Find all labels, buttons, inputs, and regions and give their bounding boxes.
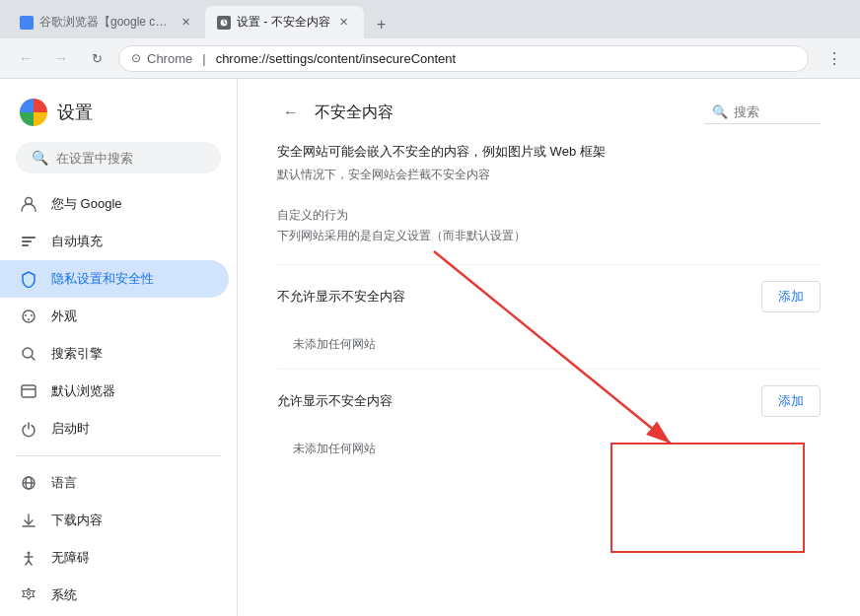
system-icon [20, 586, 37, 604]
sidebar-item-privacy[interactable]: 隐私设置和安全性 [0, 260, 229, 298]
search-icon [20, 345, 37, 363]
sidebar-item-accessibility[interactable]: 无障碍 [0, 539, 229, 577]
tab-2-favicon [217, 16, 231, 30]
custom-behavior-label: 自定义的行为 [277, 207, 821, 224]
svg-rect-4 [22, 244, 29, 246]
browser-menu[interactable]: ⋮ [821, 44, 848, 72]
tab-2[interactable]: 设置 - 不安全内容 ✕ [205, 6, 364, 38]
url-path: chrome://settings/content/insecureConten… [216, 51, 457, 66]
svg-point-7 [31, 314, 33, 316]
sidebar-item-accessibility-label: 无障碍 [51, 549, 90, 567]
page-title: 不安全内容 [315, 103, 394, 123]
sidebar-title: 设置 [57, 101, 93, 124]
section1-label: 不允许显示不安全内容 [277, 288, 405, 306]
sidebar-item-autofill-label: 自动填充 [51, 233, 103, 250]
search-icon: 🔍 [32, 150, 48, 166]
back-button[interactable]: ← [277, 99, 305, 126]
sidebar-logo: 设置 [0, 87, 237, 142]
main-inner: ← 不安全内容 🔍 安全网站可能会嵌入不安全的内容，例如图片或 Web 框架 默… [238, 79, 860, 493]
section2-add-button[interactable]: 添加 [761, 385, 821, 417]
tab-1[interactable]: 谷歌浏览器【google chrome】 ✕ [8, 6, 205, 38]
description1: 安全网站可能会嵌入不安全的内容，例如图片或 Web 框架 [277, 142, 821, 163]
page-search-box[interactable]: 🔍 [704, 101, 821, 124]
sidebar-item-search[interactable]: 搜索引擎 [0, 335, 229, 373]
settings-header-left: ← 不安全内容 [277, 99, 394, 126]
svg-line-22 [29, 561, 32, 565]
svg-point-6 [25, 314, 27, 316]
sidebar-item-appearance[interactable]: 外观 [0, 298, 229, 335]
svg-point-18 [28, 552, 31, 555]
url-bar[interactable]: ⊙ Chrome | chrome://settings/content/ins… [118, 45, 809, 72]
secure-icon: ⊙ [131, 51, 141, 65]
tab-1-close[interactable]: ✕ [178, 15, 193, 31]
palette-icon [20, 308, 37, 325]
sidebar-item-downloads-label: 下载内容 [51, 512, 103, 529]
browser-icon [20, 382, 37, 400]
sidebar-item-language-label: 语言 [51, 474, 77, 492]
page-search-icon: 🔍 [712, 104, 728, 119]
svg-rect-3 [22, 240, 32, 242]
section1-add-button[interactable]: 添加 [761, 281, 821, 312]
svg-point-8 [28, 318, 30, 320]
section2-label: 允许显示不安全内容 [277, 392, 393, 410]
tab-1-favicon [20, 16, 34, 30]
browser-frame: 谷歌浏览器【google chrome】 ✕ 设置 - 不安全内容 ✕ + ← … [0, 0, 860, 616]
main-panel: ← 不安全内容 🔍 安全网站可能会嵌入不安全的内容，例如图片或 Web 框架 默… [237, 79, 860, 616]
section2-row: 允许显示不安全内容 添加 [277, 369, 821, 433]
custom-behavior-sub: 下列网站采用的是自定义设置（而非默认设置） [277, 228, 821, 244]
settings-header: ← 不安全内容 🔍 [277, 99, 821, 126]
address-bar: ← → ↻ ⊙ Chrome | chrome://settings/conte… [0, 38, 860, 79]
section1-row: 不允许显示不安全内容 添加 [277, 264, 821, 328]
description2: 默认情况下，安全网站会拦截不安全内容 [277, 167, 821, 183]
tab-2-close[interactable]: ✕ [336, 15, 352, 31]
sidebar-item-autofill[interactable]: 自动填充 [0, 223, 229, 260]
sidebar-item-browser-label: 默认浏览器 [51, 382, 115, 400]
tab-2-label: 设置 - 不安全内容 [237, 14, 330, 31]
shield-icon [20, 270, 37, 288]
sidebar-item-google[interactable]: 您与 Google [0, 185, 229, 223]
sidebar-divider-1 [16, 455, 221, 456]
svg-line-10 [32, 357, 35, 360]
download-icon [20, 512, 37, 529]
tab-bar: 谷歌浏览器【google chrome】 ✕ 设置 - 不安全内容 ✕ + [0, 0, 860, 38]
sidebar-item-system-label: 系统 [51, 586, 77, 604]
edit-icon [20, 233, 37, 250]
sidebar-item-appearance-label: 外观 [51, 308, 77, 325]
sidebar-item-system[interactable]: 系统 [0, 577, 229, 614]
global-search-container: 🔍 [0, 142, 237, 185]
tab-1-label: 谷歌浏览器【google chrome】 [39, 14, 172, 31]
sidebar-item-browser[interactable]: 默认浏览器 [0, 373, 229, 410]
sidebar: 设置 🔍 您与 Google 自动填充 [0, 79, 237, 616]
content-wrapper: 设置 🔍 您与 Google 自动填充 [0, 79, 860, 616]
global-search-input[interactable] [56, 151, 205, 166]
url-site: Chrome [147, 51, 192, 66]
global-search-box[interactable]: 🔍 [16, 142, 221, 173]
svg-point-23 [28, 592, 31, 595]
sidebar-item-startup-label: 启动时 [51, 420, 90, 438]
svg-point-5 [23, 310, 35, 322]
accessibility-icon [20, 549, 37, 567]
section1-no-site: 未添加任何网站 [277, 328, 821, 369]
chrome-logo-icon [20, 99, 47, 126]
globe-icon [20, 474, 37, 492]
page-search-input[interactable] [734, 104, 813, 119]
person-icon [20, 195, 37, 213]
svg-rect-2 [22, 237, 36, 239]
sidebar-item-startup[interactable]: 启动时 [0, 410, 229, 447]
sidebar-item-language[interactable]: 语言 [0, 464, 229, 502]
url-separator: | [202, 51, 205, 66]
section2-no-site: 未添加任何网站 [277, 433, 821, 473]
power-icon [20, 420, 37, 438]
sidebar-item-search-label: 搜索引擎 [51, 345, 103, 363]
new-tab-button[interactable]: + [368, 11, 395, 38]
back-button[interactable]: ← [12, 44, 39, 72]
reload-button[interactable]: ↻ [83, 44, 110, 72]
sidebar-item-privacy-label: 隐私设置和安全性 [51, 270, 154, 288]
sidebar-item-google-label: 您与 Google [51, 195, 122, 213]
svg-rect-11 [22, 385, 36, 397]
sidebar-item-downloads[interactable]: 下载内容 [0, 502, 229, 539]
forward-button[interactable]: → [47, 44, 75, 72]
